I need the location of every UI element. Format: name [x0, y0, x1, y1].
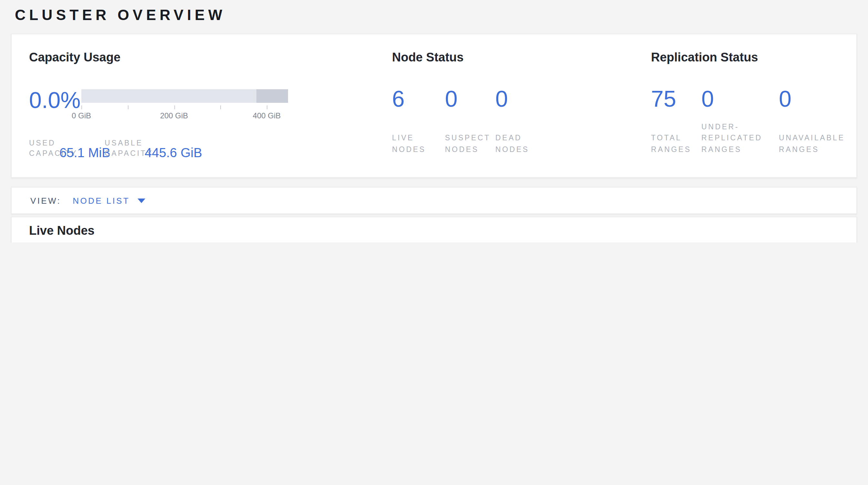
axis-tick-label: 0 GiB: [72, 111, 91, 120]
view-selected-value: NODE LIST: [73, 196, 130, 205]
summary-stat: 6LIVENODES: [392, 85, 445, 155]
stat-value: 75: [651, 85, 702, 113]
usable-capacity-value: 445.6 GiB: [145, 145, 202, 160]
axis-tick: [267, 106, 268, 109]
capacity-used-percent: 0.0%: [29, 86, 81, 114]
chevron-down-icon: [137, 198, 145, 203]
live-nodes-card: Live Nodes ID▼ADDRESS▼UPTIME▼REPLICAS▼CP…: [11, 217, 857, 242]
replication-status-stats: 75TOTALRANGES0UNDER-REPLICATEDRANGES0UNA…: [651, 85, 866, 155]
cluster-overview-page: CLUSTER OVERVIEW Capacity Usage Node Sta…: [0, 0, 868, 242]
axis-tick: [82, 106, 82, 109]
summary-stat: 0DEADNODES: [495, 85, 573, 155]
view-bar: VIEW: NODE LIST: [11, 187, 857, 214]
stat-label: UNAVAILABLERANGES: [779, 133, 866, 155]
axis-tick: [128, 106, 128, 109]
stat-label: SUSPECTNODES: [445, 133, 495, 155]
node-status-heading: Node Status: [392, 51, 464, 65]
replication-status-heading: Replication Status: [651, 51, 758, 65]
axis-tick: [221, 106, 221, 109]
stat-value: 6: [392, 85, 445, 113]
cluster-summary-card: Capacity Usage Node Status Replication S…: [11, 34, 857, 178]
axis-tick-label: 400 GiB: [253, 111, 281, 120]
page-title: CLUSTER OVERVIEW: [15, 6, 226, 24]
stat-value: 0: [445, 85, 495, 113]
stat-value: 0: [702, 85, 779, 113]
stat-value: 0: [495, 85, 573, 113]
capacity-usage-heading: Capacity Usage: [29, 51, 120, 65]
stat-label: DEADNODES: [495, 133, 573, 155]
stat-label: LIVENODES: [392, 133, 445, 155]
stat-label: TOTALRANGES: [651, 133, 702, 155]
stat-label: UNDER-REPLICATEDRANGES: [702, 121, 779, 155]
capacity-bar-reserved-segment: [256, 89, 288, 103]
axis-tick: [174, 106, 175, 109]
axis-tick-label: 200 GiB: [160, 111, 188, 120]
summary-stat: 0UNAVAILABLERANGES: [779, 85, 866, 155]
view-selector-dropdown[interactable]: NODE LIST: [73, 196, 145, 205]
summary-stat: 75TOTALRANGES: [651, 85, 702, 155]
capacity-usage-bar: [82, 89, 288, 103]
live-nodes-title: Live Nodes: [29, 224, 95, 238]
stat-value: 0: [779, 85, 866, 113]
used-capacity-value: 65.1 MiB: [59, 145, 111, 160]
node-status-stats: 6LIVENODES0SUSPECTNODES0DEADNODES: [392, 85, 573, 155]
view-label: VIEW:: [30, 196, 61, 205]
summary-stat: 0SUSPECTNODES: [445, 85, 495, 155]
summary-stat: 0UNDER-REPLICATEDRANGES: [702, 85, 779, 155]
